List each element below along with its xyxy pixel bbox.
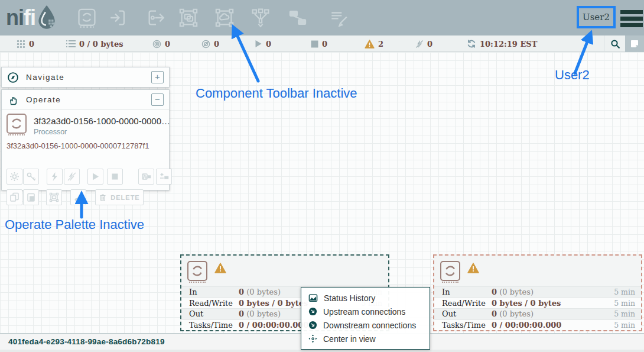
stat-label: In [434,288,492,296]
output-port-icon[interactable] [146,8,166,28]
stat-value: 0 bytes / 0 bytes [239,299,308,308]
template-icon[interactable] [288,8,308,28]
context-menu: Status History Upstream connections Down… [301,287,430,350]
running-icon [255,40,262,48]
stopped-icon [311,40,318,48]
copy-button[interactable] [6,189,22,205]
search-button[interactable] [604,35,626,52]
refresh-status[interactable]: 10:12:19 EST [467,35,537,52]
create-template-button[interactable] [138,169,154,185]
hand-icon [7,94,19,106]
navigate-title: Navigate [26,73,64,82]
stat-value: 0 [239,309,244,318]
stop-button[interactable] [107,169,123,185]
stat-label: Tasks/Time [434,321,492,330]
processor-icon[interactable] [77,8,97,28]
stat-value: 0 [492,309,497,318]
selected-component-id: 3f32a3d0-0156-1000-0000-0000712787f1 [6,141,149,150]
stat-extra: (0 bytes) [497,288,534,296]
global-menu-button[interactable] [620,10,643,27]
menu-item-upstream-connections[interactable]: Upstream connections [301,305,430,318]
stat-value: 0 [492,288,497,296]
stopped-status: 0 [311,35,327,52]
stat-value: 0 / 00:00:00.000 [492,321,561,330]
fill-color-button[interactable] [70,189,86,205]
header-bar: nifi [0,0,644,35]
remote-process-group-icon[interactable] [214,8,235,28]
operate-collapse-button[interactable]: − [151,93,164,106]
stat-window: 5 min [614,299,641,308]
stat-row-tasks: Tasks/Time 0 / 00:00:00.000 5 min [434,319,641,331]
status-history-chart-icon [308,293,318,302]
stat-extra: (0 bytes) [244,288,281,296]
queued-list-icon [66,40,76,48]
current-user-button[interactable]: User2 [577,6,616,28]
process-group-icon[interactable] [178,8,199,28]
processor-card-2[interactable]: In 0 (0 bytes) 5 min Read/Write 0 bytes … [433,254,642,331]
stat-label: In [181,288,239,296]
refresh-icon[interactable] [467,39,476,49]
navigate-expand-button[interactable]: + [151,71,164,83]
processor-icon [187,261,207,281]
active-threads-status: 0 [17,35,34,52]
disabled-bolt-icon [415,40,424,49]
start-button[interactable] [87,169,103,185]
transmitting-count: 0 [165,40,170,49]
stat-label: Read/Write [434,299,492,308]
processor-stats: In 0 (0 bytes) 5 min Read/Write 0 bytes … [434,286,641,330]
stat-label: Tasks/Time [181,321,239,330]
access-policies-button[interactable] [23,169,39,185]
enable-button[interactable] [47,169,63,185]
input-port-icon[interactable] [108,8,128,28]
invalid-count: 2 [378,40,383,49]
nifi-app: nifi [0,0,644,352]
stopped-count: 0 [322,40,327,49]
annotation-component-toolbar: Component Toolbar Inactive [196,86,357,101]
menu-item-status-history[interactable]: Status History [301,291,430,305]
delete-button[interactable]: DELETE [95,189,144,205]
stat-row-in: In 0 (0 bytes) 5 min [434,286,641,298]
search-icon [610,39,620,49]
warning-icon [467,263,479,273]
stat-extra: (0 bytes) [244,309,281,318]
bulletin-panel-button[interactable] [625,35,644,52]
menu-item-center-in-view[interactable]: Center in view [301,332,430,345]
configure-button[interactable] [6,169,22,185]
disable-button[interactable] [64,169,80,185]
label-icon[interactable] [329,8,349,28]
queued-status: 0 / 0 bytes [66,35,123,52]
stat-label: Out [181,309,239,318]
menu-item-downstream-connections[interactable]: Downstream connections [301,318,430,332]
upload-template-button[interactable] [156,169,172,185]
funnel-icon[interactable] [251,8,271,28]
flow-status-bar: 0 0 / 0 bytes 0 0 0 [0,35,644,52]
stat-window: 5 min [614,309,641,318]
operate-title: Operate [26,95,61,104]
stat-extra: (0 bytes) [497,309,534,318]
downstream-connections-icon [308,321,317,330]
upstream-connections-icon [308,307,317,316]
annotation-user: User2 [555,67,590,83]
transmitting-status: 0 [152,35,170,52]
center-in-view-icon [308,334,317,343]
stat-row-readwrite: Read/Write 0 bytes / 0 bytes 5 min [434,298,641,309]
stat-row-out: Out 0 (0 bytes) 5 min [434,308,641,319]
running-status: 0 [255,35,271,52]
transmitting-icon [152,40,161,49]
stat-label: Read/Write [181,299,239,308]
bottom-edge [0,350,644,352]
warning-icon [214,263,226,273]
paste-button[interactable] [23,189,39,205]
stat-value: 0 / 00:00:00.000 [239,321,308,330]
logo-text-fi: fi [24,5,35,30]
not-transmitting-status: 0 [201,35,219,52]
selected-component-icon [6,114,27,134]
stat-label: Out [434,309,492,318]
group-button[interactable] [46,189,62,205]
disabled-status: 0 [415,35,432,52]
warning-icon [365,40,375,49]
annotation-operate-palette: Operate Palette Inactive [5,217,144,232]
delete-button-label: DELETE [110,194,139,201]
compass-icon [7,72,19,83]
current-user-label: User2 [583,12,610,22]
